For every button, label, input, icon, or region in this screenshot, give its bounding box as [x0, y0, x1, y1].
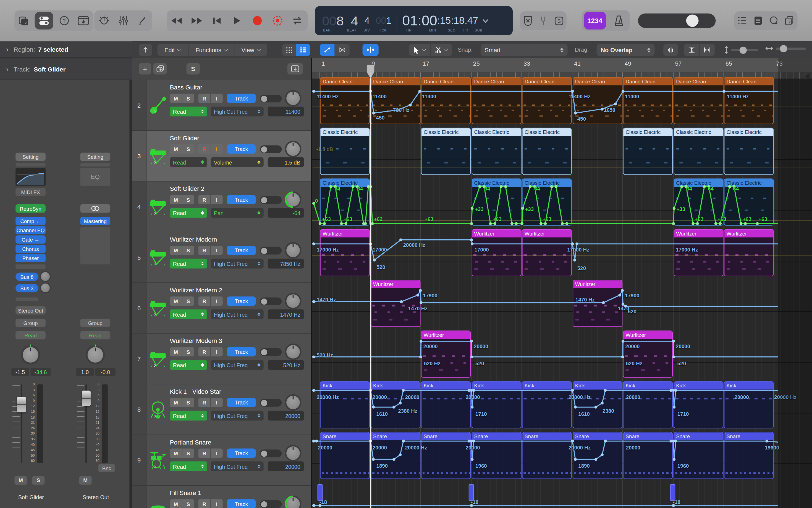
automation-parameter-select[interactable]: High Cut Freq — [211, 360, 264, 370]
track-toggle[interactable] — [260, 196, 282, 204]
rewind-icon[interactable] — [167, 12, 186, 29]
duplicate-track-button[interactable] — [153, 63, 167, 75]
play-icon[interactable] — [228, 12, 246, 29]
automation-read-button[interactable]: Read — [170, 157, 207, 167]
automation-parameter-select[interactable]: High Cut Freq — [211, 309, 264, 319]
solo-badge-icon[interactable]: S — [552, 13, 566, 28]
track-header[interactable]: 4 Soft Glider 2 M S R I Track › Read Pan… — [132, 182, 311, 232]
solo-tracks-button[interactable]: S — [187, 63, 200, 75]
automation-parameter-select[interactable]: High Cut Freq — [211, 259, 264, 269]
automation-parameter-select[interactable]: Volume — [211, 157, 264, 167]
record-enable-button[interactable]: R — [198, 246, 210, 255]
horizontal-zoom-slider[interactable] — [765, 46, 806, 51]
automation-value[interactable]: 520 Hz — [268, 360, 304, 370]
midi-fx-slot[interactable]: MIDI FX — [15, 188, 46, 196]
track-pan-knob[interactable] — [286, 92, 300, 105]
playhead[interactable] — [370, 72, 371, 508]
region-inspector-header[interactable]: › Region: 7 selected — [0, 41, 132, 58]
waveform-zoom-icon[interactable] — [663, 44, 678, 56]
automation-value[interactable]: -1.5 dB — [268, 157, 304, 167]
automation-disclosure-chevron[interactable]: › — [154, 158, 156, 166]
track-name[interactable]: Wurlitzer Modern 2 — [170, 287, 223, 294]
automation-curve[interactable] — [312, 77, 812, 127]
input-monitor-button[interactable]: I — [211, 195, 223, 204]
automation-read-button[interactable]: Read — [170, 411, 207, 421]
go-to-beginning-icon[interactable] — [208, 12, 226, 29]
automation-value[interactable]: -64 — [268, 208, 304, 218]
record-enable-button[interactable]: R — [198, 347, 210, 356]
hide-tracks-button[interactable] — [287, 63, 303, 75]
solo-button[interactable]: S — [183, 246, 194, 255]
metronome-icon[interactable] — [609, 12, 628, 30]
record-enable-button[interactable]: R — [198, 94, 210, 103]
channel-setting-button[interactable]: Setting — [15, 153, 46, 161]
automation-read-button[interactable]: Read — [170, 461, 207, 471]
record-enable-button[interactable]: R — [198, 499, 210, 508]
automation-disclosure-chevron[interactable]: › — [154, 209, 156, 217]
automation-curve-icon[interactable] — [320, 44, 335, 56]
automation-curve[interactable] — [312, 381, 812, 431]
track-name[interactable]: Wurlitzer Modern 3 — [170, 337, 223, 345]
track-name[interactable]: Wurlitzer Modern — [170, 236, 217, 243]
channel-setting-button[interactable]: Setting — [80, 153, 110, 161]
track-pan-knob[interactable] — [286, 396, 300, 409]
track-toggle[interactable] — [260, 145, 282, 153]
mute-button[interactable]: M — [170, 499, 182, 508]
volume-fader-cap[interactable] — [82, 391, 91, 406]
track-pan-knob[interactable] — [286, 142, 300, 156]
input-monitor-button[interactable]: I — [211, 94, 223, 103]
pan-knob[interactable] — [23, 347, 38, 363]
automation-curve[interactable] — [312, 280, 812, 330]
solo-button[interactable]: S — [183, 449, 194, 458]
track-header[interactable]: 6 Wurlitzer Modern 2 M S R I Track › Rea… — [132, 283, 311, 334]
automation-disclosure-chevron[interactable]: › — [154, 260, 156, 267]
group-slot[interactable]: Group — [80, 319, 110, 327]
track-header[interactable]: 3 Soft Glider M S R I Track › Read Volum… — [132, 131, 311, 182]
audio-fx-slot[interactable]: Gate ← — [15, 236, 46, 244]
automation-value[interactable]: 1470 Hz — [268, 309, 304, 319]
arrange-window-icon[interactable] — [75, 12, 92, 29]
automation-read-button[interactable]: Read — [170, 208, 207, 218]
track-name[interactable]: Bass Guitar — [170, 84, 202, 91]
volume-fader-cap[interactable] — [17, 397, 26, 412]
mute-button[interactable]: M — [170, 94, 182, 103]
track-pan-knob[interactable] — [286, 497, 300, 508]
solo-button[interactable]: S — [183, 195, 194, 204]
automation-parameter-select[interactable]: Pan — [211, 208, 264, 218]
automation-disclosure-chevron[interactable]: › — [154, 361, 156, 369]
track-name[interactable]: Kick 1 - Video Star — [170, 388, 221, 395]
mute-button[interactable]: M — [170, 195, 182, 204]
solo-button[interactable]: S — [183, 94, 194, 103]
mixer-icon[interactable] — [115, 12, 131, 29]
track-on-button[interactable]: Track — [227, 144, 256, 154]
automation-mode-button[interactable]: Read — [15, 331, 46, 339]
track-pan-knob[interactable] — [286, 244, 300, 257]
automation-value[interactable]: 20000 — [268, 461, 304, 471]
pencil-icon[interactable] — [134, 12, 151, 29]
record-icon[interactable] — [248, 12, 266, 29]
automation-value[interactable]: 20000 — [268, 411, 304, 421]
send-slot[interactable]: Bus 3 — [15, 284, 38, 292]
solo-button[interactable]: S — [32, 476, 44, 485]
forward-icon[interactable] — [188, 12, 206, 29]
inspector-toggle-icon[interactable] — [35, 12, 53, 30]
send-level-knob[interactable] — [41, 284, 50, 292]
midi-fx-thumbnail[interactable] — [15, 168, 46, 186]
track-on-button[interactable]: Track — [227, 449, 256, 458]
lcd-display[interactable]: 008 4 4 001 BAR BEAT DIV TICK 01:00 :15:… — [315, 6, 513, 35]
count-in-button[interactable]: 1234 — [584, 12, 606, 30]
automation-read-button[interactable]: Read — [170, 309, 207, 319]
solo-button[interactable]: S — [183, 144, 194, 154]
record-enable-button[interactable]: R — [198, 195, 210, 204]
edit-menu[interactable]: Edit — [158, 44, 189, 56]
track-header[interactable]: 10 Fill Snare 1 M S R I Track › Read — [132, 485, 311, 508]
media-browser-icon[interactable]: ♪ — [782, 13, 797, 28]
automation-curve[interactable] — [312, 228, 812, 280]
output-slot[interactable]: Stereo Out — [15, 306, 46, 314]
solo-button[interactable]: S — [183, 499, 194, 508]
track-name[interactable]: Soft Glider — [170, 134, 199, 142]
pan-knob[interactable] — [88, 347, 103, 363]
tuner-icon[interactable] — [95, 12, 112, 29]
automation-read-button[interactable]: Read — [170, 360, 207, 370]
automation-disclosure-chevron[interactable]: › — [154, 412, 156, 419]
